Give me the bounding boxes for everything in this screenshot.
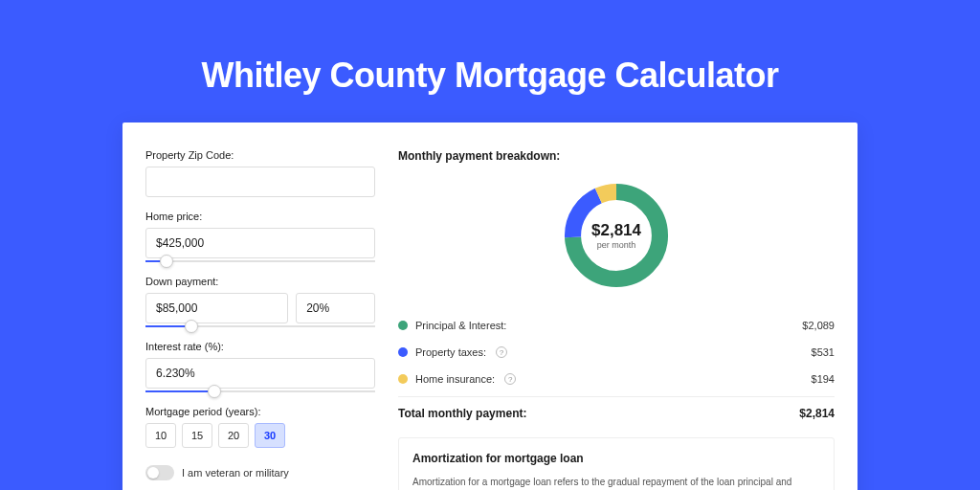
slider-thumb[interactable] xyxy=(208,385,221,398)
zip-label: Property Zip Code: xyxy=(145,149,375,161)
legend-value-taxes: $531 xyxy=(812,346,835,358)
total-row: Total monthly payment: $2,814 xyxy=(398,396,835,420)
down-payment-label: Down payment: xyxy=(145,276,375,287)
legend-row-taxes: Property taxes:?$531 xyxy=(398,339,835,366)
interest-rate-field: Interest rate (%): xyxy=(145,341,375,392)
period-button-10[interactable]: 10 xyxy=(145,423,176,448)
legend-value-principal: $2,089 xyxy=(802,320,835,331)
down-payment-percent-input[interactable] xyxy=(296,293,375,323)
slider-thumb[interactable] xyxy=(185,320,198,333)
down-payment-field: Down payment: xyxy=(145,276,375,327)
home-price-field: Home price: xyxy=(145,211,375,262)
page-title: Whitley County Mortgage Calculator xyxy=(0,0,980,124)
legend-left: Principal & Interest: xyxy=(398,320,506,331)
interest-rate-input[interactable] xyxy=(145,358,375,389)
home-price-slider[interactable] xyxy=(145,260,375,262)
slider-thumb[interactable] xyxy=(160,255,173,268)
mortgage-period-label: Mortgage period (years): xyxy=(145,406,375,417)
period-options: 10152030 xyxy=(145,423,375,448)
total-label: Total monthly payment: xyxy=(398,407,526,420)
donut-center: $2,814 per month xyxy=(559,178,674,293)
down-payment-amount-input[interactable] xyxy=(145,293,288,323)
period-button-30[interactable]: 30 xyxy=(255,423,285,448)
info-icon[interactable]: ? xyxy=(504,373,516,385)
legend-value-insurance: $194 xyxy=(812,373,835,385)
legend-label-principal: Principal & Interest: xyxy=(415,320,506,331)
donut-sub: per month xyxy=(597,240,636,250)
donut-container: $2,814 per month xyxy=(398,178,835,293)
veteran-label: I am veteran or military xyxy=(182,467,289,479)
form-column: Property Zip Code: Home price: Down paym… xyxy=(145,149,375,490)
legend-dot-principal xyxy=(398,321,408,330)
interest-rate-slider[interactable] xyxy=(145,390,375,392)
total-value: $2,814 xyxy=(799,407,835,420)
home-price-input[interactable] xyxy=(145,228,375,258)
info-icon[interactable]: ? xyxy=(496,346,507,358)
legend-dot-insurance xyxy=(398,374,408,384)
zip-input[interactable] xyxy=(145,167,375,197)
down-payment-slider[interactable] xyxy=(145,325,375,327)
legend-list: Principal & Interest:$2,089Property taxe… xyxy=(398,312,835,392)
calculator-card: Property Zip Code: Home price: Down paym… xyxy=(122,122,858,490)
legend-dot-taxes xyxy=(398,347,408,357)
legend-label-taxes: Property taxes: xyxy=(415,346,486,358)
legend-row-principal: Principal & Interest:$2,089 xyxy=(398,312,835,339)
breakdown-title: Monthly payment breakdown: xyxy=(398,149,835,163)
amortization-card: Amortization for mortgage loan Amortizat… xyxy=(398,437,835,490)
zip-field: Property Zip Code: xyxy=(145,149,375,197)
amortization-text: Amortization for a mortgage loan refers … xyxy=(412,475,820,490)
amortization-title: Amortization for mortgage loan xyxy=(412,452,820,465)
period-button-20[interactable]: 20 xyxy=(218,423,249,448)
mortgage-period-field: Mortgage period (years): 10152030 xyxy=(145,406,375,448)
interest-rate-label: Interest rate (%): xyxy=(145,341,375,352)
legend-left: Property taxes:? xyxy=(398,346,507,358)
donut-amount: $2,814 xyxy=(591,221,641,240)
results-column: Monthly payment breakdown: $2,814 per mo… xyxy=(398,149,835,490)
legend-left: Home insurance:? xyxy=(398,373,516,385)
donut-chart: $2,814 per month xyxy=(559,178,674,293)
period-button-15[interactable]: 15 xyxy=(182,423,212,448)
veteran-row: I am veteran or military xyxy=(145,465,375,480)
veteran-toggle[interactable] xyxy=(145,465,174,480)
legend-row-insurance: Home insurance:?$194 xyxy=(398,366,835,392)
legend-label-insurance: Home insurance: xyxy=(415,373,495,385)
home-price-label: Home price: xyxy=(145,211,375,222)
